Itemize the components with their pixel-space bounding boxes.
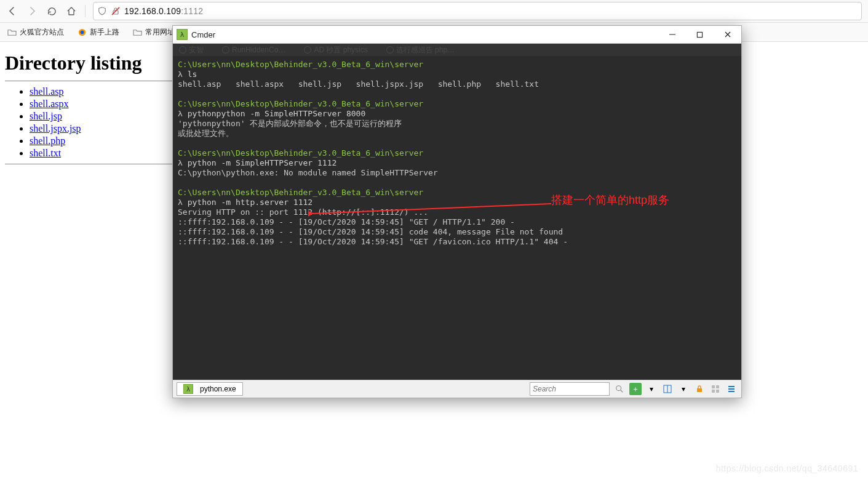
- bookmark-label: 火狐官方站点: [20, 27, 64, 38]
- toolbar-separator: [85, 5, 86, 17]
- cmder-titlebar[interactable]: λ Cmder: [173, 26, 741, 44]
- svg-rect-12: [712, 385, 715, 388]
- search-icon[interactable]: [613, 383, 626, 395]
- terminal-line: 或批处理文件。: [178, 129, 736, 138]
- file-link[interactable]: shell.aspx: [30, 98, 69, 109]
- terminal-line: [178, 138, 736, 148]
- cmder-ghost-tabstrip: 安智RunHiddenCo…AD 秒置 physics选行感巡告 php…: [173, 44, 741, 56]
- bookmark-getting-started[interactable]: 新手上路: [74, 25, 123, 39]
- cmder-window: λ Cmder 安智RunHiddenCo…AD 秒置 physics选行感巡告…: [172, 25, 742, 398]
- window-minimize-button[interactable]: [658, 26, 686, 43]
- svg-rect-5: [697, 32, 702, 37]
- circle-icon: [304, 46, 311, 54]
- terminal-line: λ python -m SimpleHTTPServer 1112: [178, 158, 736, 168]
- nav-reload-button[interactable]: [43, 2, 60, 20]
- ghost-tab-label: RunHiddenCo…: [232, 46, 285, 54]
- bookmark-common-sites[interactable]: 常用网址: [129, 25, 178, 39]
- terminal-line: C:\Users\nn\Desktop\Behinder_v3.0_Beta_6…: [178, 148, 736, 158]
- browser-toolbar: 192.168.0.109:1112: [0, 0, 868, 23]
- file-link[interactable]: shell.jsp: [30, 111, 62, 121]
- dropdown-icon[interactable]: ▾: [677, 383, 690, 395]
- new-tab-icon[interactable]: ＋: [629, 383, 642, 395]
- bookmark-label: 常用网址: [145, 27, 175, 38]
- cmder-ghost-tab: 选行感巡告 php…: [386, 45, 455, 55]
- window-maximize-button[interactable]: [686, 26, 714, 43]
- terminal-line: 'pythonpython' 不是内部或外部命令，也不是可运行的程序: [178, 119, 736, 129]
- terminal-line: λ ls: [178, 70, 736, 79]
- menu-icon[interactable]: [725, 383, 738, 395]
- terminal-line: ::ffff:192.168.0.109 - - [19/Oct/2020 14…: [178, 237, 736, 247]
- grid-icon[interactable]: [709, 383, 722, 395]
- terminal-line: ::ffff:192.168.0.109 - - [19/Oct/2020 14…: [178, 217, 736, 227]
- nav-forward-button[interactable]: [23, 2, 41, 20]
- terminal-line: [178, 89, 736, 99]
- svg-rect-14: [712, 390, 715, 393]
- panel-layout-icon[interactable]: [661, 383, 674, 395]
- cmder-logo-icon: λ: [183, 384, 193, 394]
- address-bar[interactable]: 192.168.0.109:1112: [93, 2, 862, 20]
- url-text: 192.168.0.109:1112: [124, 6, 203, 16]
- terminal-line: ::ffff:192.168.0.109 - - [19/Oct/2020 14…: [178, 227, 736, 237]
- cmder-logo-icon: λ: [177, 29, 188, 40]
- cmder-search-input[interactable]: [530, 382, 610, 396]
- folder-icon: [7, 28, 17, 37]
- cmder-tab-label: python.exe: [200, 385, 236, 393]
- cmder-terminal[interactable]: C:\Users\nn\Desktop\Behinder_v3.0_Beta_6…: [173, 56, 741, 380]
- svg-point-7: [616, 386, 621, 391]
- circle-icon: [386, 46, 394, 54]
- svg-rect-13: [716, 385, 719, 388]
- file-link[interactable]: shell.php: [30, 135, 65, 146]
- annotation-text: 搭建一个简单的http服务: [551, 195, 669, 205]
- svg-rect-11: [697, 388, 702, 392]
- shield-icon[interactable]: [97, 6, 107, 16]
- cmder-ghost-tab: AD 秒置 physics: [304, 45, 367, 55]
- ghost-tab-label: AD 秒置 physics: [314, 45, 367, 55]
- bookmark-firefox-official[interactable]: 火狐官方站点: [4, 25, 68, 39]
- file-link[interactable]: shell.asp: [30, 86, 64, 97]
- terminal-line: C:\Users\nn\Desktop\Behinder_v3.0_Beta_6…: [178, 99, 736, 109]
- nav-back-button[interactable]: [4, 2, 21, 20]
- terminal-line: shell.asp shell.aspx shell.jsp shell.jsp…: [178, 79, 736, 89]
- cmder-active-tab[interactable]: λ python.exe: [177, 382, 243, 396]
- circle-icon: [222, 46, 229, 54]
- terminal-line: C:\python\python.exe: No module named Si…: [178, 168, 736, 178]
- watermark-text: https://blog.csdn.net/qq_34640691: [716, 463, 858, 473]
- terminal-line: Serving HTTP on :: port 1112 (http://[::…: [178, 207, 736, 217]
- ghost-tab-label: 选行感巡告 php…: [396, 45, 455, 55]
- svg-rect-15: [716, 390, 719, 393]
- cmder-status-bar: λ python.exe ＋ ▾ ▾: [173, 380, 741, 398]
- terminal-line: [178, 178, 736, 188]
- terminal-line: λ pythonpython -m SimpleHTTPServer 8000: [178, 109, 736, 119]
- folder-icon: [133, 28, 142, 37]
- ghost-tab-label: 安智: [189, 45, 204, 55]
- lock-insecure-icon[interactable]: [111, 6, 121, 16]
- svg-point-3: [81, 30, 84, 34]
- file-link[interactable]: shell.jspx.jsp: [30, 123, 81, 134]
- bookmark-label: 新手上路: [90, 27, 119, 38]
- nav-home-button[interactable]: [63, 2, 80, 20]
- dropdown-icon[interactable]: ▾: [645, 383, 658, 395]
- lock-icon[interactable]: [693, 383, 706, 395]
- cmder-ghost-tab: 安智: [179, 45, 204, 55]
- circle-icon: [179, 46, 186, 54]
- cmder-ghost-tab: RunHiddenCo…: [222, 46, 285, 54]
- file-link[interactable]: shell.txt: [30, 148, 61, 158]
- firefox-icon: [78, 28, 87, 37]
- window-close-button[interactable]: [714, 26, 741, 43]
- cmder-title: Cmder: [191, 30, 215, 39]
- terminal-line: C:\Users\nn\Desktop\Behinder_v3.0_Beta_6…: [178, 60, 736, 70]
- svg-line-8: [621, 390, 623, 393]
